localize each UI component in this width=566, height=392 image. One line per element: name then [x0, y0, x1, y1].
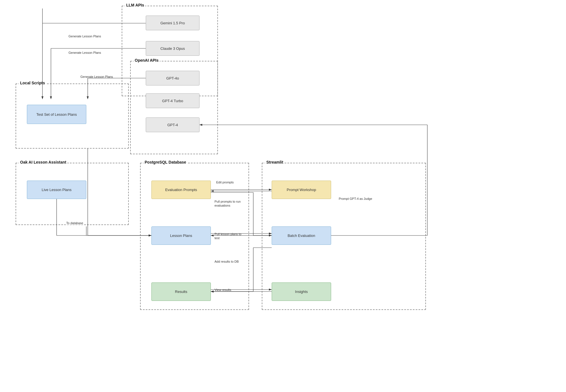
node-live-lesson-plans: Live Lesson Plans	[27, 181, 86, 199]
label-to-database: To database	[66, 221, 84, 225]
node-gpt4: GPT-4	[146, 117, 200, 132]
label-generate-2: Generate Lesson Plans	[68, 51, 102, 54]
label-generate-1: Generate Lesson Plans	[68, 35, 102, 38]
node-prompt-workshop: Prompt Workshop	[272, 181, 331, 199]
node-batch-evaluation: Batch Evaluation	[272, 226, 331, 245]
label-pull-lesson-plans: Pull lesson plans to test	[214, 232, 245, 240]
label-pull-prompts: Pull prompts to run evaluations	[214, 200, 242, 208]
node-lesson-plans-db: Lesson Plans	[151, 226, 211, 245]
node-eval-prompts: Evaluation Prompts	[151, 181, 211, 199]
group-llm-apis-label: LLM APIs	[125, 3, 145, 7]
diagram-container: LLM APIs OpenAI APIs Local Scripts Oak A…	[0, 0, 566, 392]
node-gpt4o: GPT-4o	[146, 71, 200, 85]
group-postgresql-label: PostgreSQL Database	[143, 160, 187, 164]
group-local-scripts-label: Local Scripts	[19, 81, 46, 85]
label-view-results: View results	[214, 288, 232, 292]
label-generate-3: Generate Lesson Plans	[80, 75, 113, 78]
group-oak-ai-label: Oak AI Lesson Assistant	[19, 160, 67, 164]
node-test-lesson-plans: Test Set of Lesson Plans	[27, 105, 86, 124]
group-openai-apis-label: OpenAI APIs	[134, 58, 160, 63]
node-gemini: Gemini 1.5 Pro	[146, 16, 200, 30]
node-gpt4turbo: GPT-4 Turbo	[146, 93, 200, 108]
label-prompt-judge: Prompt GPT-4 as Judge	[338, 197, 378, 201]
label-edit-prompts: Edit prompts	[216, 181, 234, 184]
node-results-db: Results	[151, 282, 211, 301]
group-streamlit-label: Streamlit	[265, 160, 284, 164]
node-insights: Insights	[272, 282, 331, 301]
node-claude: Claude 3 Opus	[146, 41, 200, 56]
label-add-results: Add results to DB	[214, 260, 239, 263]
